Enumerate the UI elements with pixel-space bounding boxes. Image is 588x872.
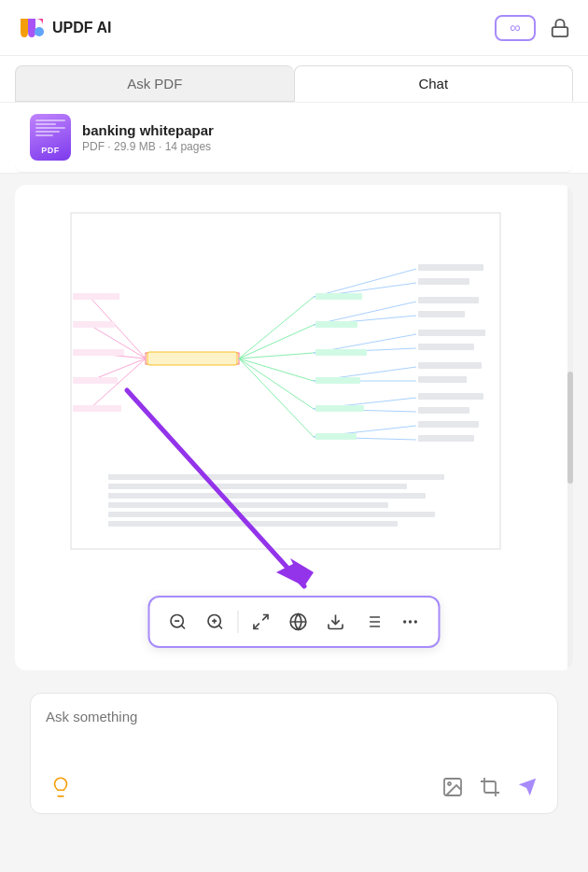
- svg-line-65: [218, 626, 222, 629]
- svg-rect-36: [418, 393, 483, 400]
- svg-rect-28: [418, 264, 483, 271]
- chat-input[interactable]: [46, 709, 542, 746]
- svg-point-84: [448, 782, 451, 785]
- svg-rect-43: [315, 377, 360, 384]
- svg-rect-53: [108, 484, 407, 489]
- zoom-in-button[interactable]: [199, 605, 232, 639]
- pdf-file-icon: PDF: [30, 114, 71, 161]
- svg-rect-51: [73, 405, 121, 412]
- pdf-label: PDF: [41, 146, 60, 155]
- scrollbar[interactable]: [567, 185, 573, 670]
- preview-toolbar: [148, 596, 441, 648]
- svg-point-1: [35, 27, 44, 36]
- scrollbar-thumb[interactable]: [567, 372, 573, 484]
- chat-toolbar-left: [46, 772, 76, 802]
- file-meta: PDF · 29.9 MB · 14 pages: [82, 140, 214, 153]
- file-name: banking whitepapar: [82, 122, 214, 138]
- svg-rect-37: [418, 407, 469, 414]
- svg-rect-39: [418, 435, 474, 442]
- svg-rect-32: [418, 330, 485, 336]
- svg-rect-31: [418, 311, 465, 317]
- svg-rect-49: [73, 349, 124, 356]
- chat-toolbar: [31, 765, 557, 813]
- toolbar-divider-1: [238, 611, 239, 633]
- lock-button[interactable]: [547, 15, 573, 41]
- svg-rect-35: [418, 376, 467, 383]
- zoom-out-button[interactable]: [161, 605, 195, 639]
- svg-line-69: [254, 624, 259, 629]
- updf-logo-icon: [15, 13, 45, 43]
- svg-rect-50: [73, 377, 118, 384]
- svg-rect-34: [418, 362, 482, 369]
- svg-rect-29: [418, 278, 469, 285]
- svg-rect-30: [418, 297, 479, 303]
- svg-rect-42: [315, 349, 367, 356]
- chat-area: [30, 693, 558, 814]
- svg-rect-2: [553, 27, 568, 36]
- svg-rect-48: [73, 321, 115, 328]
- chat-input-container: [0, 682, 588, 829]
- svg-rect-46: [147, 352, 237, 365]
- tab-bar: Ask PDF Chat: [0, 56, 588, 103]
- app-title: UPDF AI: [52, 20, 111, 36]
- chat-input-wrapper: [31, 694, 557, 765]
- svg-rect-55: [108, 502, 388, 508]
- svg-rect-57: [108, 521, 398, 527]
- svg-rect-33: [418, 344, 474, 350]
- send-button[interactable]: [512, 772, 542, 802]
- svg-point-80: [415, 621, 417, 623]
- pdf-preview-svg: [15, 185, 556, 652]
- svg-rect-45: [315, 433, 357, 440]
- header-left: UPDF AI: [15, 13, 111, 43]
- file-info-bar: PDF banking whitepapar PDF · 29.9 MB · 1…: [15, 103, 573, 173]
- svg-rect-47: [73, 293, 119, 300]
- more-button[interactable]: [394, 605, 427, 639]
- pdf-preview-area: [15, 185, 573, 670]
- svg-line-68: [262, 615, 268, 621]
- chat-toolbar-right: [438, 772, 542, 802]
- svg-rect-52: [108, 474, 444, 480]
- header-right: ∞: [495, 15, 573, 41]
- image-button[interactable]: [438, 772, 468, 802]
- svg-line-62: [181, 626, 185, 629]
- svg-point-81: [404, 621, 406, 623]
- svg-rect-54: [108, 493, 426, 499]
- file-info-text: banking whitepapar PDF · 29.9 MB · 14 pa…: [82, 122, 214, 153]
- crop-button[interactable]: [475, 772, 505, 802]
- svg-rect-56: [108, 512, 435, 517]
- svg-rect-44: [315, 405, 364, 412]
- tab-ask-pdf[interactable]: Ask PDF: [15, 65, 294, 102]
- infinity-icon: ∞: [510, 20, 520, 36]
- fit-screen-button[interactable]: [245, 605, 278, 639]
- download-button[interactable]: [319, 605, 353, 639]
- svg-point-79: [410, 621, 412, 623]
- svg-rect-41: [315, 321, 357, 328]
- translate-button[interactable]: [282, 605, 315, 639]
- infinity-button[interactable]: ∞: [495, 15, 536, 41]
- svg-rect-40: [315, 293, 362, 300]
- svg-rect-38: [418, 421, 479, 428]
- bulb-button[interactable]: [46, 772, 76, 802]
- outline-button[interactable]: [357, 605, 390, 639]
- tab-chat[interactable]: Chat: [294, 65, 574, 102]
- app-header: UPDF AI ∞: [0, 0, 588, 56]
